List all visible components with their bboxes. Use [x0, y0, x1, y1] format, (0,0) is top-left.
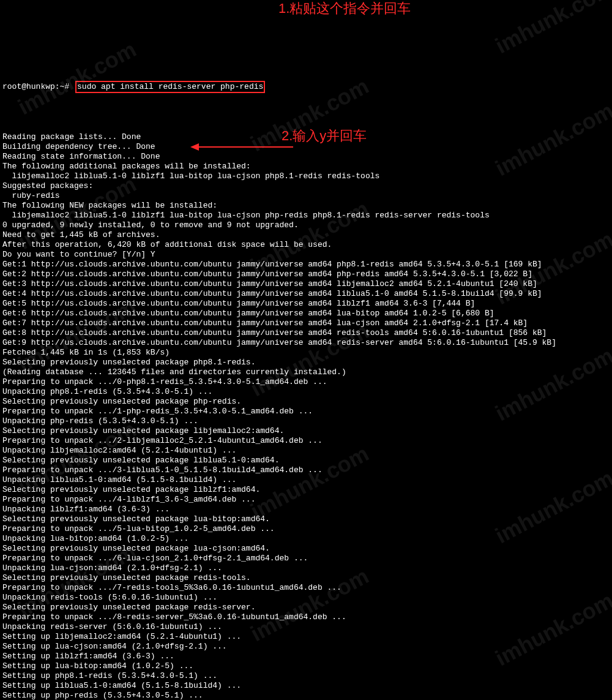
annotation-step1: 1.粘贴这个指令并回车	[278, 1, 411, 16]
terminal-output-line: Preparing to unpack .../8-redis-server_5…	[2, 612, 610, 622]
terminal-output-line: Selecting previously unselected package …	[2, 573, 610, 583]
command-highlight-box: sudo apt install redis-server php-redis	[75, 81, 265, 93]
terminal-output-line: Suggested packages:	[2, 181, 610, 191]
svg-marker-1	[190, 143, 199, 151]
terminal-output-line: Unpacking lua-bitop:amd64 (1.0.2-5) ...	[2, 534, 610, 544]
terminal-output-line: Setting up lua-cjson:amd64 (2.1.0+dfsg-2…	[2, 642, 610, 652]
terminal-output-line: Setting up liblua5.1-0:amd64 (5.1.5-8.1b…	[2, 681, 610, 691]
terminal-output-line: Selecting previously unselected package …	[2, 358, 610, 367]
terminal-output-line: Setting up php-redis (5.3.5+4.3.0-5.1) .…	[2, 691, 610, 700]
terminal-output-line: Selecting previously unselected package …	[2, 544, 610, 554]
terminal-output-line: Preparing to unpack .../0-php8.1-redis_5…	[2, 377, 610, 387]
terminal-output-line: libjemalloc2 liblua5.1-0 liblzf1 lua-bit…	[2, 171, 610, 181]
terminal-output-line: Get:1 http://us.clouds.archive.ubuntu.co…	[2, 260, 610, 269]
terminal-output-line: libjemalloc2 liblua5.1-0 liblzf1 lua-bit…	[2, 211, 610, 220]
annotation-step2: 2.输入y并回车	[282, 129, 367, 143]
terminal-output-line: ruby-redis	[2, 191, 610, 201]
terminal-output-line: Selecting previously unselected package …	[2, 603, 610, 612]
terminal-output-line: Selecting previously unselected package …	[2, 397, 610, 407]
terminal-output-line: Selecting previously unselected package …	[2, 426, 610, 436]
terminal-output-line: Unpacking php8.1-redis (5.3.5+4.3.0-5.1)…	[2, 387, 610, 397]
terminal-output-line: Get:6 http://us.clouds.archive.ubuntu.co…	[2, 309, 610, 318]
terminal-output-line: Setting up php8.1-redis (5.3.5+4.3.0-5.1…	[2, 671, 610, 681]
terminal-output-line: Preparing to unpack .../1-php-redis_5.3.…	[2, 407, 610, 416]
terminal-output-line: Selecting previously unselected package …	[2, 514, 610, 524]
terminal-output-line: Unpacking redis-server (5:6.0.16-1ubuntu…	[2, 622, 610, 632]
prompt-line-1: root@hunkwp:~# sudo apt install redis-se…	[2, 81, 610, 93]
terminal-output-line: Get:7 http://us.clouds.archive.ubuntu.co…	[2, 318, 610, 328]
terminal-output-line: Unpacking lua-cjson:amd64 (2.1.0+dfsg-2.…	[2, 563, 610, 573]
terminal-output-line: Unpacking liblzf1:amd64 (3.6-3) ...	[2, 505, 610, 514]
terminal-output-line: Selecting previously unselected package …	[2, 485, 610, 495]
terminal-output-line: After this operation, 6,420 kB of additi…	[2, 240, 610, 250]
terminal-output-line: Unpacking libjemalloc2:amd64 (5.2.1-4ubu…	[2, 446, 610, 456]
terminal-output-line: Get:9 http://us.clouds.archive.ubuntu.co…	[2, 338, 610, 348]
terminal-output-line: Preparing to unpack .../3-liblua5.1-0_5.…	[2, 465, 610, 475]
terminal-output-line: 0 upgraded, 9 newly installed, 0 to remo…	[2, 220, 610, 230]
terminal-output-line: Setting up libjemalloc2:amd64 (5.2.1-4ub…	[2, 632, 610, 642]
terminal-output-line: Get:4 http://us.clouds.archive.ubuntu.co…	[2, 289, 610, 299]
terminal-output-line: Unpacking php-redis (5.3.5+4.3.0-5.1) ..…	[2, 416, 610, 426]
terminal-output-line: Preparing to unpack .../2-libjemalloc2_5…	[2, 436, 610, 446]
terminal-output-line: Selecting previously unselected package …	[2, 456, 610, 465]
terminal-output-line: (Reading database ... 123645 files and d…	[2, 367, 610, 377]
terminal-output-line: Building dependency tree... Done	[2, 142, 610, 152]
typed-command: sudo apt install redis-server php-redis	[77, 82, 263, 91]
shell-prompt: root@hunkwp:~#	[2, 82, 69, 91]
terminal-output-line: Get:3 http://us.clouds.archive.ubuntu.co…	[2, 279, 610, 289]
terminal-output-line: Setting up lua-bitop:amd64 (1.0.2-5) ...	[2, 661, 610, 671]
terminal-output-line: Unpacking redis-tools (5:6.0.16-1ubuntu1…	[2, 593, 610, 603]
terminal-output-line: Reading state information... Done	[2, 152, 610, 162]
terminal-output-line: Preparing to unpack .../7-redis-tools_5%…	[2, 583, 610, 593]
terminal-output-line: Do you want to continue? [Y/n] Y	[2, 250, 610, 260]
terminal-output-line: Get:8 http://us.clouds.archive.ubuntu.co…	[2, 328, 610, 338]
terminal-output-line: Preparing to unpack .../6-lua-cjson_2.1.…	[2, 554, 610, 563]
terminal-output-line: Preparing to unpack .../5-lua-bitop_1.0.…	[2, 524, 610, 534]
terminal-output-line: Fetched 1,445 kB in 1s (1,853 kB/s)	[2, 348, 610, 358]
terminal-output-line: The following additional packages will b…	[2, 162, 610, 171]
watermark-text: imhunk.com	[18, 43, 137, 113]
terminal-output-line: Need to get 1,445 kB of archives.	[2, 230, 610, 240]
terminal-output-line: Preparing to unpack .../4-liblzf1_3.6-3_…	[2, 495, 610, 505]
terminal-output: Reading package lists... DoneBuilding de…	[2, 132, 610, 700]
terminal-output-line: Setting up liblzf1:amd64 (3.6-3) ...	[2, 652, 610, 661]
terminal-output-line: Get:5 http://us.clouds.archive.ubuntu.co…	[2, 299, 610, 309]
terminal-output-line: Unpacking liblua5.1-0:amd64 (5.1.5-8.1bu…	[2, 475, 610, 485]
terminal-output-line: Get:2 http://us.clouds.archive.ubuntu.co…	[2, 269, 610, 279]
watermark-text: imhunk.com	[495, 0, 612, 52]
arrow-left-icon	[171, 132, 275, 142]
terminal-window[interactable]: imhunk.comimhunk.comimhunk.comimhunk.com…	[0, 0, 612, 700]
terminal-output-line: The following NEW packages will be insta…	[2, 201, 610, 211]
